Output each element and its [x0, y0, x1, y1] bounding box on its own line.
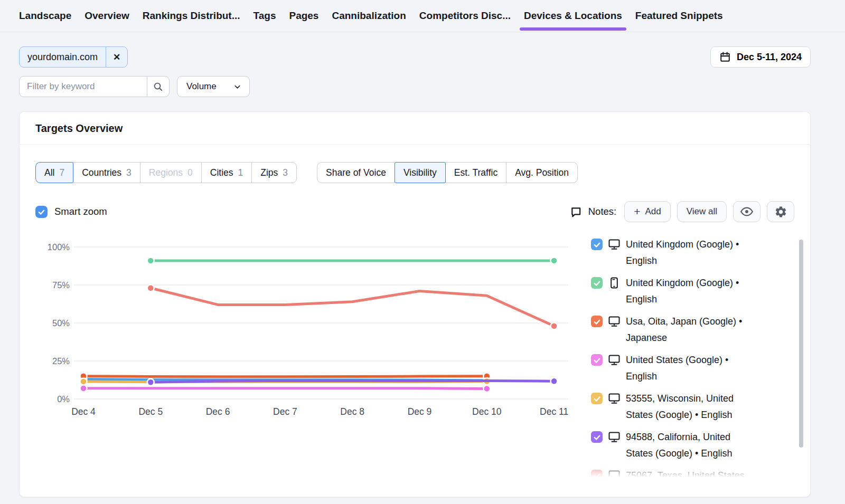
- scope-tab-cities[interactable]: Cities1: [201, 162, 252, 183]
- legend-checkbox[interactable]: [591, 470, 603, 480]
- keyword-search-button[interactable]: [147, 76, 170, 97]
- svg-text:25%: 25%: [52, 356, 70, 366]
- scope-tab-all[interactable]: All7: [35, 162, 73, 183]
- scope-tab-count: 3: [283, 167, 288, 178]
- scope-tab-regions: Regions0: [140, 162, 202, 183]
- legend-item-label: 53555, Wisconsin, United States (Google)…: [626, 391, 759, 423]
- chart-settings-button[interactable]: [767, 201, 794, 222]
- svg-text:0%: 0%: [57, 394, 70, 404]
- notes-icon: [570, 206, 582, 218]
- metric-tab-share-of-voice[interactable]: Share of Voice: [317, 162, 395, 183]
- legend-item: 94588, California, United States (Google…: [591, 429, 804, 462]
- domain-filter-chip: yourdomain.com ✕: [19, 46, 128, 68]
- scope-tabs-group: All7 Countries3 Regions0 Cities1 Zips3: [35, 162, 297, 183]
- svg-text:100%: 100%: [48, 242, 70, 252]
- chevron-down-icon: [233, 82, 242, 91]
- scope-tab-countries[interactable]: Countries3: [73, 162, 140, 183]
- tab-featured-snippets[interactable]: Featured Snippets: [635, 10, 723, 22]
- notes-label: Notes:: [588, 206, 616, 217]
- metric-tab-label: Visibility: [403, 167, 437, 178]
- metric-tab-visibility[interactable]: Visibility: [395, 162, 446, 183]
- plus-icon: +: [634, 206, 640, 217]
- legend-checkbox[interactable]: [591, 393, 603, 404]
- desktop-device-icon: [608, 315, 621, 330]
- svg-text:Dec 7: Dec 7: [273, 406, 297, 417]
- scope-tab-zips[interactable]: Zips3: [251, 162, 297, 183]
- svg-text:Dec 9: Dec 9: [408, 406, 432, 417]
- notes-toolbar: Notes: + Add View all: [570, 201, 794, 222]
- card-title: Targets Overview: [35, 122, 794, 135]
- svg-text:Dec 11: Dec 11: [540, 406, 568, 417]
- scope-tab-count: 0: [187, 167, 193, 178]
- tab-tags[interactable]: Tags: [253, 10, 276, 22]
- tab-overview[interactable]: Overview: [84, 10, 129, 22]
- legend-checkbox[interactable]: [591, 354, 603, 366]
- top-nav: Landscape Overview Rankings Distribut...…: [0, 0, 845, 32]
- calendar-icon: [719, 51, 731, 63]
- tab-competitors-discovery[interactable]: Competitors Disc...: [419, 10, 511, 22]
- card-header: Targets Overview: [20, 112, 810, 145]
- desktop-device-icon: [608, 354, 621, 368]
- scope-tab-label: All: [44, 167, 54, 178]
- legend-checkbox[interactable]: [591, 239, 603, 250]
- metric-tab-label: Est. Traffic: [454, 167, 497, 178]
- search-icon: [153, 81, 164, 92]
- metric-tab-label: Avg. Position: [515, 167, 569, 178]
- keyword-filter-input[interactable]: [19, 76, 147, 97]
- tab-landscape[interactable]: Landscape: [19, 10, 71, 22]
- legend-item-label: United Kingdom (Google) • English: [626, 275, 759, 308]
- svg-text:Dec 6: Dec 6: [206, 406, 230, 417]
- smart-zoom-checkbox[interactable]: [35, 206, 48, 218]
- svg-text:Dec 8: Dec 8: [340, 406, 364, 417]
- metric-tab-est-traffic[interactable]: Est. Traffic: [445, 162, 506, 183]
- svg-text:75%: 75%: [52, 280, 70, 290]
- scope-tab-label: Countries: [82, 167, 121, 178]
- svg-text:50%: 50%: [52, 318, 70, 328]
- scope-tab-count: 3: [126, 167, 132, 178]
- scope-tab-label: Cities: [210, 167, 233, 178]
- date-range-label: Dec 5-11, 2024: [737, 52, 802, 63]
- legend-item-label: Usa, Oita, Japan (Google) • Japanese: [626, 313, 759, 346]
- toolbar-row-2: Volume: [19, 76, 811, 97]
- tab-rankings-distribution[interactable]: Rankings Distribut...: [143, 10, 240, 22]
- toggle-notes-visibility-button[interactable]: [733, 201, 760, 222]
- legend-checkbox[interactable]: [591, 277, 603, 289]
- metric-tab-label: Share of Voice: [326, 167, 386, 178]
- metric-tab-avg-position[interactable]: Avg. Position: [506, 162, 578, 183]
- legend-checkbox[interactable]: [591, 316, 603, 327]
- tab-pages[interactable]: Pages: [289, 10, 318, 22]
- view-all-notes-button[interactable]: View all: [677, 201, 727, 222]
- legend-items: United Kingdom (Google) • EnglishUnited …: [591, 236, 804, 480]
- domain-chip-remove-icon[interactable]: ✕: [106, 47, 127, 67]
- date-range-picker[interactable]: Dec 5-11, 2024: [710, 46, 811, 68]
- chart-options-row: Smart zoom Notes: + Add View all: [35, 201, 794, 222]
- volume-dropdown-value: Volume: [186, 81, 217, 92]
- legend-item-label: 75067, Texas, United States: [626, 468, 759, 480]
- add-note-button[interactable]: + Add: [624, 201, 671, 222]
- view-all-label: View all: [687, 206, 717, 217]
- legend-scrollbar[interactable]: [799, 240, 803, 448]
- mobile-device-icon: [608, 277, 621, 291]
- legend-checkbox[interactable]: [591, 431, 603, 443]
- tab-devices-and-locations[interactable]: Devices & Locations: [524, 10, 622, 22]
- eye-icon: [740, 205, 754, 218]
- scope-tab-label: Regions: [149, 167, 183, 178]
- desktop-device-icon: [608, 431, 621, 445]
- smart-zoom-label: Smart zoom: [54, 206, 107, 217]
- desktop-device-icon: [608, 238, 621, 253]
- scope-tab-count: 1: [238, 167, 243, 178]
- targets-visibility-chart: 0%25%50%75%100%Dec 4Dec 5Dec 6Dec 7Dec 8…: [35, 236, 579, 420]
- legend-item: Usa, Oita, Japan (Google) • Japanese: [591, 313, 804, 346]
- legend-item: United Kingdom (Google) • English: [591, 236, 804, 269]
- add-note-label: Add: [645, 206, 661, 217]
- volume-dropdown[interactable]: Volume: [177, 76, 250, 97]
- tab-cannibalization[interactable]: Cannibalization: [332, 10, 406, 22]
- chart-and-legend: 0%25%50%75%100%Dec 4Dec 5Dec 6Dec 7Dec 8…: [35, 236, 810, 480]
- legend-item-label: United Kingdom (Google) • English: [626, 236, 759, 269]
- svg-text:Dec 5: Dec 5: [138, 406, 163, 417]
- legend-item: 75067, Texas, United States: [591, 468, 804, 480]
- scope-tab-label: Zips: [260, 167, 278, 178]
- legend-item-label: United States (Google) • English: [626, 352, 759, 385]
- metric-tabs-group: Share of Voice Visibility Est. Traffic A…: [317, 162, 578, 183]
- gear-icon: [774, 205, 787, 218]
